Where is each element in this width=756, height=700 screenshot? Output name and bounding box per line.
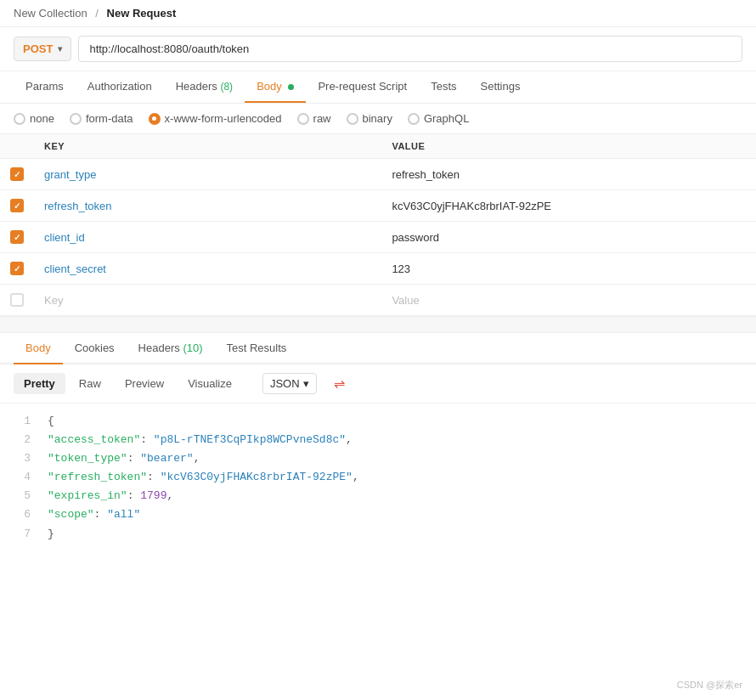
code-token: "refresh_token" [48,471,147,483]
json-format-label: JSON [270,377,300,390]
radio-binary[interactable]: binary [347,112,392,125]
radio-none-label: none [30,112,54,125]
response-tab-headers-label: Headers [138,342,180,354]
code-line: 3 "token_type": "bearer", [14,449,742,468]
tab-body-label: Body [257,80,282,93]
format-pretty[interactable]: Pretty [14,373,65,394]
breadcrumb-collection[interactable]: New Collection [14,7,87,20]
radio-form-data[interactable]: form-data [70,112,133,125]
breadcrumb-separator: / [95,7,99,20]
line-number: 5 [14,487,31,505]
placeholder-checkbox[interactable] [10,293,24,307]
body-type-row: none form-data x-www-form-urlencoded raw… [0,104,756,134]
row-value-0: refresh_token [392,168,460,181]
line-content: "access_token": "p8L-rTNEf3CqPIkp8WCPvne… [48,431,353,449]
col-key: KEY [34,134,381,159]
format-raw[interactable]: Raw [69,373,111,394]
radio-form-data-label: form-data [86,112,133,125]
col-value: VALUE [381,134,756,159]
response-tab-headers-badge: (10) [183,342,202,354]
line-content: { [48,412,54,431]
line-content: "scope": "all" [48,505,140,524]
row-value-2: password [392,231,439,244]
line-number: 2 [14,431,31,449]
url-input[interactable] [78,36,742,62]
response-tab-body[interactable]: Body [14,333,63,364]
tab-pre-request[interactable]: Pre-request Script [306,71,419,103]
code-line: 1 { [14,412,742,431]
line-content: } [48,525,54,544]
radio-none-circle [14,113,25,125]
response-tab-cookies[interactable]: Cookies [63,333,127,364]
response-tab-test-results[interactable]: Test Results [215,333,299,364]
line-content: "refresh_token": "kcV63C0yjFHAKc8rbrIAT-… [48,468,359,487]
radio-form-data-circle [70,113,82,125]
code-line: 2 "access_token": "p8L-rTNEf3CqPIkp8WCPv… [14,431,742,449]
response-tab-headers[interactable]: Headers (10) [127,333,215,364]
format-row: Pretty Raw Preview Visualize JSON ▾ ⇌ [0,364,756,404]
body-dot [288,84,294,90]
radio-urlencoded[interactable]: x-www-form-urlencoded [149,112,282,125]
radio-urlencoded-label: x-www-form-urlencoded [165,112,282,125]
tab-headers-label: Headers [176,80,217,93]
radio-graphql[interactable]: GraphQL [408,112,469,125]
kv-table: KEY VALUE grant_type refresh_token refre… [0,134,756,316]
line-number: 7 [14,525,31,544]
tab-params[interactable]: Params [14,71,76,103]
table-row: client_id password [0,222,756,253]
code-token: "bearer" [140,452,193,465]
code-token: "kcV63C0yjFHAKc8rbrIAT-92zPE" [161,471,353,483]
request-tabs: Params Authorization Headers (8) Body Pr… [0,71,756,104]
method-select[interactable]: POST ▾ [14,37,71,61]
tab-headers[interactable]: Headers (8) [164,71,245,103]
tab-tests[interactable]: Tests [419,71,468,103]
row-checkbox-3[interactable] [10,262,24,275]
code-token: : [127,489,141,502]
line-number: 3 [14,449,31,468]
code-token: , [166,489,173,502]
section-divider [0,316,756,333]
url-bar: POST ▾ [0,27,756,71]
code-token: 1799 [140,489,166,502]
code-token: "scope" [48,508,94,521]
code-token: : [147,471,161,483]
row-checkbox-2[interactable] [10,230,24,244]
kv-placeholder-row: Key Value [0,285,756,316]
col-check [0,134,34,159]
wrap-button[interactable]: ⇌ [327,371,352,396]
row-checkbox-0[interactable] [10,167,24,181]
breadcrumb: New Collection / New Request [0,0,756,27]
code-token: : [94,508,108,521]
tab-body[interactable]: Body [245,71,306,103]
code-line: 6 "scope": "all" [14,505,742,524]
radio-binary-label: binary [363,112,392,125]
placeholder-key[interactable]: Key [34,285,381,316]
tab-authorization[interactable]: Authorization [76,71,164,103]
response-tabs: Body Cookies Headers (10) Test Results [0,333,756,364]
radio-raw[interactable]: raw [297,112,331,125]
code-token: "expires_in" [48,489,127,502]
tab-settings[interactable]: Settings [469,71,533,103]
breadcrumb-request: New Request [107,7,177,20]
code-token: "p8L-rTNEf3CqPIkp8WCPvneSd8c" [154,433,346,446]
table-row: refresh_token kcV63C0yjFHAKc8rbrIAT-92zP… [0,190,756,222]
table-row: client_secret 123 [0,253,756,285]
line-number: 1 [14,412,31,431]
code-token: } [48,528,54,540]
tab-headers-badge: (8) [220,81,233,93]
method-label: POST [23,42,53,55]
placeholder-value[interactable]: Value [381,285,756,316]
row-key-3: client_secret [44,262,106,275]
method-arrow: ▾ [58,44,62,54]
code-token: "all" [107,508,140,521]
code-line: 4 "refresh_token": "kcV63C0yjFHAKc8rbrIA… [14,468,742,487]
radio-none[interactable]: none [14,112,54,125]
json-format-select[interactable]: JSON ▾ [262,373,317,394]
row-value-1: kcV63C0yjFHAKc8rbrIAT-92zPE [392,200,551,212]
code-token: "access_token" [48,433,140,446]
radio-graphql-label: GraphQL [424,112,469,125]
format-visualize[interactable]: Visualize [178,373,242,394]
format-preview[interactable]: Preview [115,373,174,394]
row-checkbox-1[interactable] [10,199,24,212]
line-number: 6 [14,505,31,524]
